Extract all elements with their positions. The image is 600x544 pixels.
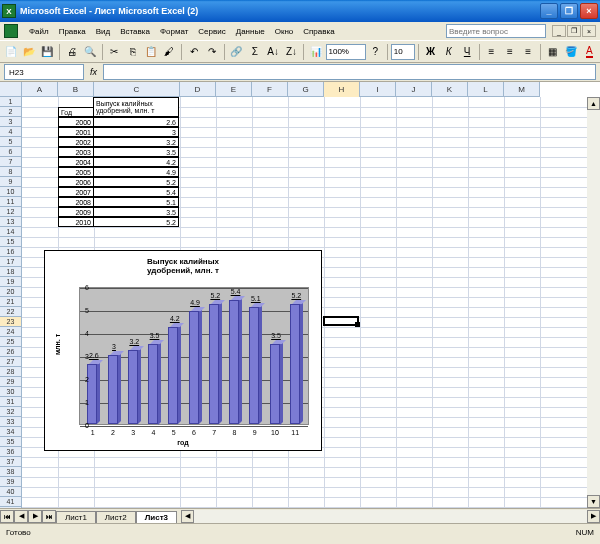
data-cell[interactable]: 2009: [58, 207, 94, 217]
row-header-13[interactable]: 13: [0, 217, 21, 227]
close-button[interactable]: ×: [580, 3, 598, 19]
row-header-24[interactable]: 24: [0, 327, 21, 337]
data-cell[interactable]: 3: [93, 127, 179, 137]
zoom-input[interactable]: [326, 44, 366, 60]
menu-help[interactable]: Справка: [298, 25, 339, 38]
row-header-16[interactable]: 16: [0, 247, 21, 257]
row-header-20[interactable]: 20: [0, 287, 21, 297]
column-header-I[interactable]: I: [360, 82, 396, 97]
row-header-7[interactable]: 7: [0, 157, 21, 167]
menu-view[interactable]: Вид: [91, 25, 115, 38]
row-header-36[interactable]: 36: [0, 447, 21, 457]
print-icon[interactable]: 🖨: [63, 43, 80, 61]
row-header-37[interactable]: 37: [0, 457, 21, 467]
tab-next-button[interactable]: ▶: [28, 510, 42, 523]
row-header-28[interactable]: 28: [0, 367, 21, 377]
format-painter-icon[interactable]: 🖌: [161, 43, 178, 61]
data-cell[interactable]: 3.2: [93, 137, 179, 147]
column-header-A[interactable]: A: [22, 82, 58, 97]
autosum-icon[interactable]: Σ: [246, 43, 263, 61]
row-header-22[interactable]: 22: [0, 307, 21, 317]
row-header-14[interactable]: 14: [0, 227, 21, 237]
menu-window[interactable]: Окно: [270, 25, 299, 38]
row-header-41[interactable]: 41: [0, 497, 21, 507]
data-cell[interactable]: 2008: [58, 197, 94, 207]
column-header-J[interactable]: J: [396, 82, 432, 97]
sheet-tab-Лист3[interactable]: Лист3: [136, 511, 177, 523]
data-cell[interactable]: 2010: [58, 217, 94, 227]
horizontal-scrollbar[interactable]: ◀ ▶: [181, 510, 600, 523]
data-cell[interactable]: 3.5: [93, 147, 179, 157]
column-header-C[interactable]: C: [94, 82, 180, 97]
fill-color-icon[interactable]: 🪣: [562, 43, 579, 61]
row-header-35[interactable]: 35: [0, 437, 21, 447]
chart-icon[interactable]: 📊: [307, 43, 324, 61]
column-header-L[interactable]: L: [468, 82, 504, 97]
undo-icon[interactable]: ↶: [185, 43, 202, 61]
fx-icon[interactable]: fx: [84, 67, 103, 77]
row-header-38[interactable]: 38: [0, 467, 21, 477]
data-cell[interactable]: 5.2: [93, 177, 179, 187]
menu-file[interactable]: Файл: [24, 25, 54, 38]
data-cell[interactable]: 2006: [58, 177, 94, 187]
row-header-34[interactable]: 34: [0, 427, 21, 437]
maximize-button[interactable]: ❐: [560, 3, 578, 19]
align-left-icon[interactable]: ≡: [483, 43, 500, 61]
menu-tools[interactable]: Сервис: [193, 25, 230, 38]
save-icon[interactable]: 💾: [39, 43, 56, 61]
data-cell[interactable]: 2003: [58, 147, 94, 157]
data-cell[interactable]: 2001: [58, 127, 94, 137]
column-header-F[interactable]: F: [252, 82, 288, 97]
fontsize-input[interactable]: [391, 44, 415, 60]
row-header-4[interactable]: 4: [0, 127, 21, 137]
row-header-5[interactable]: 5: [0, 137, 21, 147]
data-cell[interactable]: Выпуск калийных удобрений, млн. т: [93, 97, 179, 117]
row-header-6[interactable]: 6: [0, 147, 21, 157]
cells-area[interactable]: ГодВыпуск калийных удобрений, млн. т2000…: [22, 97, 600, 508]
column-header-K[interactable]: K: [432, 82, 468, 97]
scroll-right-button[interactable]: ▶: [587, 510, 600, 523]
row-header-15[interactable]: 15: [0, 237, 21, 247]
column-header-M[interactable]: M: [504, 82, 540, 97]
new-icon[interactable]: 📄: [2, 43, 19, 61]
font-color-icon[interactable]: A: [581, 43, 598, 61]
data-cell[interactable]: Год: [58, 107, 94, 117]
row-header-23[interactable]: 23: [0, 317, 21, 327]
open-icon[interactable]: 📂: [20, 43, 37, 61]
align-center-icon[interactable]: ≡: [501, 43, 518, 61]
scroll-down-button[interactable]: ▼: [587, 495, 600, 508]
row-header-11[interactable]: 11: [0, 197, 21, 207]
preview-icon[interactable]: 🔍: [81, 43, 98, 61]
sheet-tab-Лист2[interactable]: Лист2: [96, 511, 136, 523]
column-header-B[interactable]: B: [58, 82, 94, 97]
doc-minimize-button[interactable]: _: [552, 25, 566, 37]
scroll-up-button[interactable]: ▲: [587, 97, 600, 110]
row-header-40[interactable]: 40: [0, 487, 21, 497]
row-header-17[interactable]: 17: [0, 257, 21, 267]
row-header-25[interactable]: 25: [0, 337, 21, 347]
doc-restore-button[interactable]: ❐: [567, 25, 581, 37]
doc-close-button[interactable]: ×: [582, 25, 596, 37]
data-cell[interactable]: 5.4: [93, 187, 179, 197]
underline-icon[interactable]: Ч: [459, 43, 476, 61]
data-cell[interactable]: 5.2: [93, 217, 179, 227]
copy-icon[interactable]: ⎘: [124, 43, 141, 61]
data-cell[interactable]: 4.9: [93, 167, 179, 177]
row-header-9[interactable]: 9: [0, 177, 21, 187]
data-cell[interactable]: 2002: [58, 137, 94, 147]
hyperlink-icon[interactable]: 🔗: [228, 43, 245, 61]
row-header-33[interactable]: 33: [0, 417, 21, 427]
tab-prev-button[interactable]: ◀: [14, 510, 28, 523]
data-cell[interactable]: 5.1: [93, 197, 179, 207]
paste-icon[interactable]: 📋: [142, 43, 159, 61]
row-header-32[interactable]: 32: [0, 407, 21, 417]
data-cell[interactable]: 2004: [58, 157, 94, 167]
column-header-G[interactable]: G: [288, 82, 324, 97]
column-header-D[interactable]: D: [180, 82, 216, 97]
row-header-30[interactable]: 30: [0, 387, 21, 397]
column-header-H[interactable]: H: [324, 82, 360, 97]
help-search-input[interactable]: [446, 24, 546, 38]
data-cell[interactable]: 4.2: [93, 157, 179, 167]
row-header-10[interactable]: 10: [0, 187, 21, 197]
row-header-31[interactable]: 31: [0, 397, 21, 407]
